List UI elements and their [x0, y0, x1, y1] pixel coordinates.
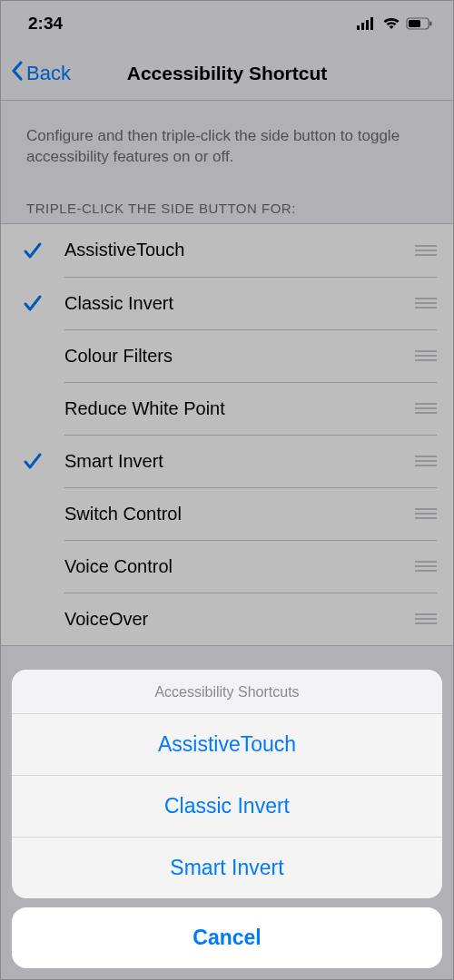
action-sheet-title: Accessibility Shortcuts: [12, 670, 442, 714]
cancel-button[interactable]: Cancel: [12, 907, 442, 968]
action-sheet: Accessibility Shortcuts AssistiveTouchCl…: [12, 670, 442, 968]
action-sheet-group: Accessibility Shortcuts AssistiveTouchCl…: [12, 670, 442, 898]
action-sheet-item[interactable]: Classic Invert: [12, 776, 442, 838]
action-sheet-item[interactable]: Smart Invert: [12, 838, 442, 898]
action-sheet-item[interactable]: AssistiveTouch: [12, 714, 442, 776]
